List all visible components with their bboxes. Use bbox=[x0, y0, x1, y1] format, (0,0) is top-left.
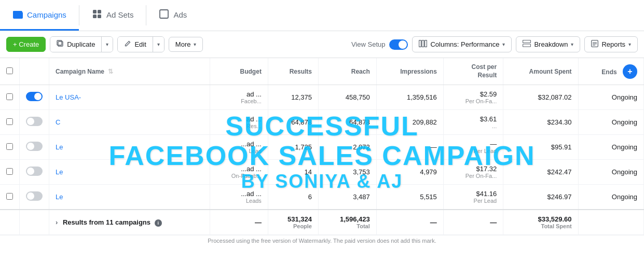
view-setup-label: View Setup bbox=[351, 40, 386, 48]
row4-cost-type: Per On-Fa... bbox=[450, 173, 497, 179]
row1-checkbox[interactable] bbox=[6, 93, 13, 100]
footer-reach-cell: 1,596,423 Total bbox=[319, 210, 377, 235]
edit-split-button[interactable]: Edit ▾ bbox=[117, 36, 164, 52]
square-icon bbox=[159, 9, 169, 21]
create-button[interactable]: + Create bbox=[6, 37, 46, 52]
row5-budget: ...ad ... bbox=[216, 190, 262, 198]
footer-budget-cell: — bbox=[210, 210, 268, 235]
svg-rect-1 bbox=[93, 10, 97, 13]
row4-results-cell: 14 bbox=[268, 160, 318, 185]
footer-reach: 1,596,423 bbox=[325, 215, 370, 223]
breakdown-button[interactable]: Breakdown ▾ bbox=[516, 36, 580, 52]
chevron-down-icon-6: ▾ bbox=[628, 41, 631, 47]
row3-reach-cell: 2,072 bbox=[319, 135, 377, 160]
row3-toggle-cell bbox=[20, 135, 49, 160]
footer-toggle-col bbox=[20, 210, 49, 235]
row2-status-toggle[interactable] bbox=[26, 117, 43, 126]
info-icon[interactable]: i bbox=[155, 219, 162, 227]
footer-amount-cell: $33,529.60 Total Spent bbox=[503, 210, 578, 235]
expand-icon[interactable]: › bbox=[56, 218, 58, 226]
row1-checkbox-cell bbox=[0, 85, 20, 110]
svg-rect-9 bbox=[422, 40, 424, 47]
more-button[interactable]: More ▾ bbox=[169, 37, 203, 52]
row4-checkbox[interactable] bbox=[6, 168, 13, 175]
row4-checkbox-cell bbox=[0, 160, 20, 185]
view-setup-toggle[interactable] bbox=[389, 39, 408, 50]
row4-impressions-cell: 4,979 bbox=[376, 160, 443, 185]
campaigns-table: Campaign Name ⇅ Budget Results Reach Imp… bbox=[0, 58, 644, 235]
watermark-notice: Processed using the free version of Wate… bbox=[0, 235, 644, 246]
top-nav: Campaigns Ad Sets Ads bbox=[0, 0, 644, 31]
tab-campaigns-label: Campaigns bbox=[27, 10, 66, 19]
row4-amount-cell: $242.47 bbox=[503, 160, 578, 185]
row5-checkbox[interactable] bbox=[6, 193, 13, 200]
tab-ads-label: Ads bbox=[173, 10, 187, 19]
row3-ends-cell: Ongoing bbox=[578, 135, 643, 160]
footer-results-cell: 531,324 People bbox=[268, 210, 318, 235]
duplicate-icon bbox=[57, 40, 64, 49]
row2-budget-cell: ad ... Res... bbox=[210, 110, 268, 135]
row1-cost: $2.59 bbox=[450, 90, 497, 98]
footer-amount: $33,529.60 bbox=[510, 215, 571, 223]
edit-arrow[interactable]: ▾ bbox=[153, 37, 164, 52]
row2-budget: ad ... bbox=[216, 115, 262, 123]
add-column-button[interactable]: + bbox=[623, 64, 637, 79]
row4-reach-cell: 3,753 bbox=[319, 160, 377, 185]
duplicate-label: Duplicate bbox=[67, 40, 95, 48]
row5-budget-cell: ...ad ... Leads bbox=[210, 185, 268, 210]
row2-checkbox-cell bbox=[0, 110, 20, 135]
row4-campaign-link[interactable]: Le bbox=[56, 168, 63, 176]
row2-name-cell: C bbox=[49, 110, 210, 135]
row2-cost-type: ... bbox=[450, 123, 497, 129]
row5-campaign-link[interactable]: Le bbox=[56, 193, 63, 201]
footer-label-cell: › Results from 11 campaigns i bbox=[49, 210, 210, 235]
row5-cost: $41.16 bbox=[450, 190, 497, 198]
row2-cost: $3.61 bbox=[450, 115, 497, 123]
duplicate-arrow[interactable]: ▾ bbox=[101, 37, 113, 52]
svg-rect-12 bbox=[523, 44, 531, 47]
row3-campaign-link[interactable]: Le bbox=[56, 143, 63, 151]
row2-checkbox[interactable] bbox=[6, 118, 13, 125]
row4-name-cell: Le bbox=[49, 160, 210, 185]
row3-amount-cell: $95.91 bbox=[503, 135, 578, 160]
folder-icon bbox=[12, 9, 23, 21]
tab-ads[interactable]: Ads bbox=[146, 0, 199, 31]
duplicate-split-button[interactable]: Duplicate ▾ bbox=[50, 36, 113, 52]
row1-status-toggle[interactable] bbox=[26, 92, 43, 101]
row1-cost-cell: $2.59 Per On-Fa... bbox=[443, 85, 503, 110]
row1-name-suffix: USA- bbox=[65, 93, 81, 101]
table-header-row: Campaign Name ⇅ Budget Results Reach Imp… bbox=[0, 58, 644, 85]
row3-checkbox[interactable] bbox=[6, 143, 13, 150]
row4-budget: ...ad ... bbox=[216, 165, 262, 173]
select-all-checkbox[interactable] bbox=[6, 67, 13, 74]
columns-label: Columns: Performance bbox=[430, 40, 499, 48]
row3-status-toggle[interactable] bbox=[26, 142, 43, 151]
tab-campaigns[interactable]: Campaigns bbox=[0, 0, 79, 31]
row1-amount-cell: $32,087.02 bbox=[503, 85, 578, 110]
row1-campaign-link[interactable]: Le bbox=[56, 93, 63, 101]
table-row: C ad ... Res... 64,878 64,878 209,882 $3… bbox=[0, 110, 644, 135]
table-row: Le ...ad ... On-Faceb... 14 3,753 4,979 … bbox=[0, 160, 644, 185]
row4-cost-cell: $17.32 Per On-Fa... bbox=[443, 160, 503, 185]
footer-cost-cell: — bbox=[443, 210, 503, 235]
row3-cost: — bbox=[450, 140, 497, 148]
breakdown-icon bbox=[523, 40, 531, 49]
header-budget: Budget bbox=[210, 58, 268, 85]
footer-cost: — bbox=[490, 218, 497, 226]
row4-status-toggle[interactable] bbox=[26, 167, 43, 176]
row3-budget: ...ad ... bbox=[216, 140, 262, 148]
header-toggle-col bbox=[20, 58, 49, 85]
tab-adsets[interactable]: Ad Sets bbox=[79, 0, 146, 31]
row3-budget-cell: ...ad ... Lead bbox=[210, 135, 268, 160]
row2-campaign-link[interactable]: C bbox=[56, 118, 60, 126]
toolbar: + Create Duplicate ▾ Edit ▾ bbox=[0, 31, 644, 58]
columns-button[interactable]: Columns: Performance ▾ bbox=[412, 36, 512, 52]
row1-ends-cell: Ongoing bbox=[578, 85, 643, 110]
header-cost-per-result: Cost perResult bbox=[443, 58, 503, 85]
table-row: Le ...ad ... Leads 6 3,487 5,515 $41.16 … bbox=[0, 185, 644, 210]
row5-status-toggle[interactable] bbox=[26, 191, 43, 201]
edit-main[interactable]: Edit bbox=[118, 37, 152, 52]
row1-budget-cell: ad ... Faceb... bbox=[210, 85, 268, 110]
reports-button[interactable]: Reports ▾ bbox=[584, 36, 638, 52]
duplicate-main[interactable]: Duplicate bbox=[50, 37, 101, 52]
